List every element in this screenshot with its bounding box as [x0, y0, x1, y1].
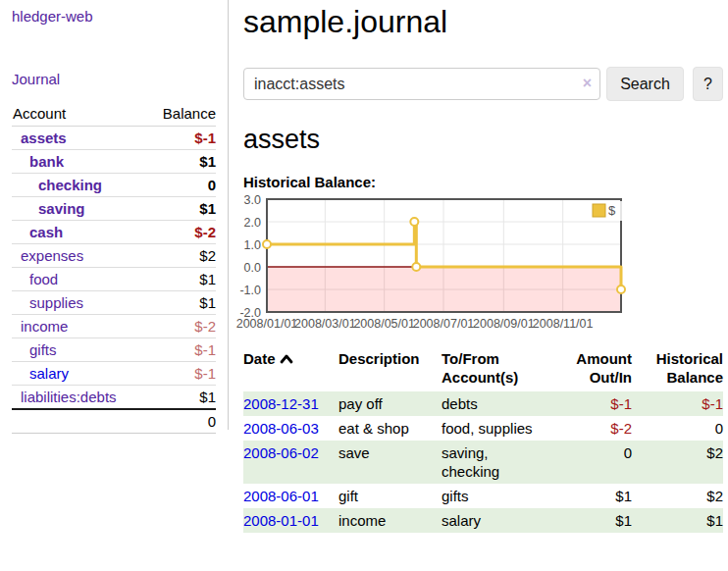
chart-marker [617, 286, 625, 293]
account-balance: $1 [146, 150, 216, 174]
transaction-description: gift [338, 484, 442, 508]
search-input[interactable] [243, 68, 600, 100]
transaction-row: 2008-06-02savesaving, checking0$2 [243, 441, 723, 484]
y-tick-label: -1.0 [239, 284, 261, 297]
transaction-accounts: gifts [442, 484, 551, 508]
account-row: liabilities:debts$1 [12, 386, 216, 410]
chart-marker [412, 263, 420, 271]
account-row: cash$-2 [12, 221, 216, 244]
transaction-amount: $-2 [551, 416, 632, 441]
account-link[interactable]: income [21, 318, 68, 335]
sort-ascending-icon [280, 354, 293, 364]
transaction-amount: 0 [551, 441, 632, 484]
transaction-date-link[interactable]: 2008-06-01 [243, 488, 319, 504]
account-balance: 0 [146, 174, 216, 197]
x-tick-label: 2008/03/01 [294, 317, 356, 331]
chart-marker [263, 240, 271, 248]
account-row: salary$-1 [12, 362, 216, 386]
search-form: × Search ? [243, 67, 728, 101]
account-link[interactable]: saving [38, 200, 85, 217]
app-title-link[interactable]: hledger-web [12, 8, 216, 25]
account-link[interactable]: assets [21, 130, 67, 146]
account-link[interactable]: liabilities:debts [21, 389, 117, 405]
transaction-balance: 0 [632, 416, 723, 441]
page-title: sample.journal [243, 4, 728, 40]
transaction-accounts: food, supplies [442, 416, 551, 441]
description-column-header: Description [338, 347, 442, 391]
account-balance: $-2 [146, 315, 216, 338]
account-row: food$1 [12, 268, 216, 291]
account-link[interactable]: food [29, 271, 58, 287]
clear-search-icon[interactable]: × [583, 75, 592, 92]
search-button[interactable]: Search [606, 67, 684, 101]
account-link[interactable]: expenses [21, 247, 83, 264]
account-row: bank$1 [12, 150, 216, 174]
account-balance: $-1 [146, 127, 216, 150]
transaction-date-link[interactable]: 2008-01-01 [243, 512, 319, 529]
account-row: assets$-1 [12, 127, 216, 150]
transaction-balance: $-1 [632, 391, 723, 416]
accounts-tbody: assets$-1bank$1checking0saving$1cash$-2e… [12, 127, 216, 410]
transaction-description: pay off [338, 391, 442, 416]
transaction-balance: $1 [632, 508, 723, 533]
date-header-label: Date [243, 350, 276, 367]
account-link[interactable]: bank [29, 153, 64, 170]
account-balance: $1 [146, 386, 216, 410]
x-tick-label: 2008/05/01 [353, 317, 415, 331]
transaction-description: income [338, 508, 442, 533]
transaction-amount: $-1 [551, 391, 632, 416]
balance-column-header: Balance [146, 103, 216, 127]
account-balance: $-2 [146, 221, 216, 244]
account-balance: $1 [146, 268, 216, 291]
negative-region [267, 267, 621, 312]
transaction-row: 2008-12-31pay offdebts$-1$-1 [243, 391, 723, 416]
transaction-amount: $1 [551, 484, 632, 508]
transaction-accounts: debts [442, 391, 551, 416]
transaction-balance: $2 [632, 441, 723, 484]
account-balance: $1 [146, 291, 216, 315]
transaction-balance: $2 [632, 484, 723, 508]
accounts-total-balance: 0 [12, 409, 216, 434]
amount-column-header: Amount Out/In [551, 347, 632, 391]
historical-balance-column-header: Historical Balance [632, 347, 723, 391]
y-tick-label: 2.0 [244, 216, 261, 230]
account-link[interactable]: supplies [29, 294, 83, 311]
transaction-date-link[interactable]: 2008-06-02 [243, 444, 319, 461]
sidebar: hledger-web Journal Account Balance asse… [0, 0, 229, 430]
transaction-accounts: saving, checking [442, 441, 551, 484]
account-balance: $-1 [146, 338, 216, 362]
transaction-row: 2008-06-03eat & shopfood, supplies$-20 [243, 416, 723, 441]
chart-marker [410, 218, 418, 226]
legend-swatch [593, 204, 605, 217]
register-header-row: Date Description To/From Account(s) Amou… [243, 347, 723, 391]
x-tick-label: 2008/07/01 [413, 317, 475, 331]
transaction-date-link[interactable]: 2008-06-03 [243, 420, 319, 437]
date-column-header[interactable]: Date [243, 347, 338, 391]
account-heading: assets [243, 125, 728, 155]
register-table: Date Description To/From Account(s) Amou… [243, 347, 723, 533]
account-link[interactable]: cash [29, 224, 63, 240]
account-link[interactable]: checking [38, 177, 102, 193]
account-row: supplies$1 [12, 291, 216, 315]
transaction-date-link[interactable]: 2008-12-31 [243, 395, 319, 412]
account-row: income$-2 [12, 315, 216, 338]
search-box: × [243, 68, 600, 100]
account-link[interactable]: gifts [29, 341, 57, 358]
account-link[interactable]: salary [29, 365, 69, 382]
account-row: saving$1 [12, 197, 216, 221]
journal-nav-link[interactable]: Journal [12, 71, 216, 87]
transaction-row: 2008-01-01incomesalary$1$1 [243, 508, 723, 533]
main-content: sample.journal × Search ? assets Histori… [230, 0, 728, 533]
account-balance: $2 [146, 244, 216, 268]
transaction-description: eat & shop [338, 416, 442, 441]
y-tick-label: 3.0 [244, 193, 261, 207]
balance-chart: $3.02.01.00.0-1.0-2.02008/01/012008/03/0… [243, 195, 655, 335]
register-tbody: 2008-12-31pay offdebts$-1$-12008-06-03ea… [243, 391, 723, 533]
transaction-description: save [338, 441, 442, 484]
account-row: gifts$-1 [12, 338, 216, 362]
accounts-column-header: To/From Account(s) [442, 347, 551, 391]
help-button[interactable]: ? [693, 67, 723, 101]
x-tick-label: 2008/11/01 [533, 317, 594, 331]
account-column-header: Account [12, 103, 146, 127]
transaction-accounts: salary [442, 508, 551, 533]
